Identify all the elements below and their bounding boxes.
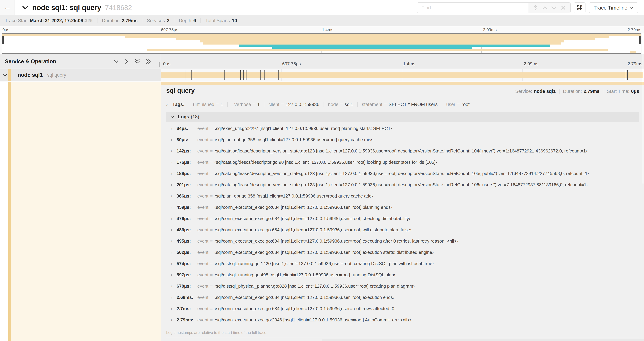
log-row[interactable]: ›459μs:event=‹sql/conn_executor_exec.go:… bbox=[166, 201, 639, 212]
log-marker-tick bbox=[167, 70, 167, 80]
span-detail-left-gutter bbox=[0, 82, 161, 341]
log-field-value: ‹sql/conn_executor_exec.go:684 [nsql1,cl… bbox=[214, 216, 410, 221]
log-expand-chevron-icon[interactable]: › bbox=[171, 261, 176, 266]
log-timestamp: 574μs: bbox=[176, 261, 194, 266]
log-row[interactable]: ›34μs:event=‹sql/exec_util.go:2297 [nsql… bbox=[166, 122, 639, 133]
log-row[interactable]: ›2.7ms:event=‹sql/conn_executor_exec.go:… bbox=[166, 302, 639, 313]
tags-expand-chevron-icon[interactable]: › bbox=[166, 102, 172, 107]
log-expand-chevron-icon[interactable]: › bbox=[171, 182, 176, 187]
log-row[interactable]: ›597μs:event=‹sql/distsql_running.go:498… bbox=[166, 268, 639, 279]
minimap-span-bar bbox=[239, 45, 550, 47]
log-row[interactable]: ›176μs:event=‹sql/catalog/descs/descript… bbox=[166, 156, 639, 167]
log-row[interactable]: ›80μs:event=‹sql/plan_opt.go:358 [nsql1,… bbox=[166, 133, 639, 144]
log-field-value: ‹sql/plan_opt.go:358 [nsql1,client=127.0… bbox=[214, 193, 373, 199]
collapse-all-icon[interactable] bbox=[135, 59, 140, 64]
log-row[interactable]: ›502μs:event=‹sql/conn_executor_exec.go:… bbox=[166, 246, 639, 257]
log-expand-chevron-icon[interactable]: › bbox=[171, 283, 176, 289]
span-detail-duration-bar bbox=[161, 82, 644, 85]
log-expand-chevron-icon[interactable]: › bbox=[171, 216, 176, 221]
trace-view-dropdown[interactable]: Trace Timeline bbox=[589, 3, 638, 13]
log-equals: = bbox=[210, 250, 213, 255]
trace-id: 7418682 bbox=[105, 4, 132, 12]
log-equals: = bbox=[210, 171, 213, 176]
span-collapse-chevron-icon[interactable] bbox=[3, 74, 8, 77]
collapse-one-icon[interactable] bbox=[114, 60, 119, 63]
tags-title[interactable]: Tags: bbox=[172, 102, 184, 107]
log-expand-chevron-icon[interactable]: › bbox=[171, 272, 176, 278]
keyboard-shortcuts-button[interactable]: ⌘ bbox=[574, 3, 586, 13]
log-row[interactable]: ›201μs:event=‹sql/catalog/lease/descript… bbox=[166, 178, 639, 189]
log-timestamp: 502μs: bbox=[176, 250, 194, 255]
locate-icon[interactable] bbox=[532, 4, 539, 11]
span-detail-operation-name: sql query bbox=[166, 87, 195, 94]
minimap-span-bar bbox=[125, 36, 609, 38]
log-row[interactable]: ›486μs:event=‹sql/conn_executor_exec.go:… bbox=[166, 223, 639, 234]
tag-key: statement bbox=[362, 102, 382, 107]
logs-footer-note: Log timestamps are relative to the start… bbox=[166, 330, 639, 335]
log-expand-chevron-icon[interactable]: › bbox=[171, 137, 176, 142]
find-input[interactable] bbox=[417, 3, 528, 13]
span-row-name-cell[interactable]: node sql1 sql query bbox=[0, 69, 161, 81]
log-timestamp: 189μs: bbox=[176, 171, 194, 176]
log-field-key: event bbox=[197, 317, 208, 323]
log-row[interactable]: ›189μs:event=‹sql/catalog/lease/descript… bbox=[166, 167, 639, 178]
minimap-canvas[interactable] bbox=[2, 33, 641, 54]
log-row[interactable]: ›495μs:event=‹sql/conn_executor_exec.go:… bbox=[166, 234, 639, 246]
log-expand-chevron-icon[interactable]: › bbox=[171, 193, 176, 199]
trace-info-value: 6 bbox=[193, 18, 196, 23]
find-prev-icon[interactable] bbox=[541, 4, 548, 11]
log-expand-chevron-icon[interactable]: › bbox=[171, 249, 176, 255]
log-expand-chevron-icon[interactable]: › bbox=[171, 171, 176, 176]
find-next-icon[interactable] bbox=[550, 4, 558, 11]
log-expand-chevron-icon[interactable]: › bbox=[171, 317, 176, 323]
log-row[interactable]: ›142μs:event=‹sql/catalog/lease/descript… bbox=[166, 144, 639, 156]
log-equals: = bbox=[210, 283, 213, 289]
log-expand-chevron-icon[interactable]: › bbox=[171, 227, 176, 232]
expand-one-icon[interactable] bbox=[125, 59, 128, 64]
tag-value: 127.0.0.1:59936 bbox=[286, 102, 320, 107]
log-expand-chevron-icon[interactable]: › bbox=[171, 126, 176, 131]
axis-tick-label: 2.79ms bbox=[628, 61, 642, 67]
log-equals: = bbox=[210, 216, 213, 221]
log-expand-chevron-icon[interactable]: › bbox=[171, 204, 176, 210]
log-row[interactable]: ›574μs:event=‹sql/distsql_running.go:142… bbox=[166, 257, 639, 268]
logs-header[interactable]: Logs (18) bbox=[166, 112, 639, 122]
log-row[interactable]: ›2.69ms:event=‹sql/conn_executor_exec.go… bbox=[166, 291, 639, 302]
trace-title-wrap: node sql1: sql query 7418682 bbox=[22, 0, 132, 15]
log-field-key: event bbox=[197, 126, 208, 131]
log-field-value: ‹sql/distsql_physical_planner.go:828 [ns… bbox=[214, 283, 414, 289]
log-row[interactable]: ›366μs:event=‹sql/plan_opt.go:358 [nsql1… bbox=[166, 189, 639, 201]
log-timestamp: 459μs: bbox=[176, 205, 194, 210]
tag-key: _verbose bbox=[232, 102, 251, 107]
log-field-key: event bbox=[197, 137, 208, 142]
log-equals: = bbox=[210, 227, 213, 232]
log-expand-chevron-icon[interactable]: › bbox=[171, 294, 176, 300]
log-expand-chevron-icon[interactable]: › bbox=[171, 159, 176, 165]
trace-info-label: Trace Start bbox=[5, 18, 28, 23]
span-detail-meta: Service:node sql1Duration:2.79msStart Ti… bbox=[512, 89, 639, 94]
tag-item: node=sql1 bbox=[324, 102, 357, 107]
log-row[interactable]: ›678μs:event=‹sql/distsql_physical_plann… bbox=[166, 279, 639, 291]
trace-collapse-chevron-icon[interactable] bbox=[22, 6, 28, 10]
expand-all-icon[interactable] bbox=[146, 59, 151, 64]
tag-equals: = bbox=[384, 102, 387, 107]
log-expand-chevron-icon[interactable]: › bbox=[171, 148, 176, 154]
log-row[interactable]: ›2.79ms:event=‹sql/conn_executor_exec.go… bbox=[166, 313, 639, 324]
scrollbar[interactable] bbox=[642, 33, 643, 184]
tag-value: 1 bbox=[220, 102, 223, 107]
logs-block: Logs (18) ›34μs:event=‹sql/exec_util.go:… bbox=[166, 112, 639, 335]
back-button[interactable]: ← bbox=[0, 0, 15, 15]
find-clear-icon[interactable] bbox=[560, 4, 567, 11]
trace-info-label: Total Spans bbox=[205, 18, 230, 23]
log-expand-chevron-icon[interactable]: › bbox=[171, 238, 176, 244]
logs-count: (18) bbox=[191, 114, 199, 120]
log-row[interactable]: ›476μs:event=‹sql/conn_executor_exec.go:… bbox=[166, 212, 639, 223]
tag-key: user bbox=[446, 102, 456, 107]
trace-info-item: Depth6 bbox=[174, 18, 200, 23]
log-field-value: ‹sql/conn_executor_exec.go:684 [nsql1,cl… bbox=[214, 295, 394, 300]
span-duration-bar[interactable] bbox=[161, 72, 643, 78]
column-resizer-grip[interactable] bbox=[158, 62, 161, 67]
log-expand-chevron-icon[interactable]: › bbox=[171, 306, 176, 311]
span-detail-header: sql query Service:node sql1Duration:2.79… bbox=[166, 86, 639, 97]
log-equals: = bbox=[210, 137, 213, 142]
